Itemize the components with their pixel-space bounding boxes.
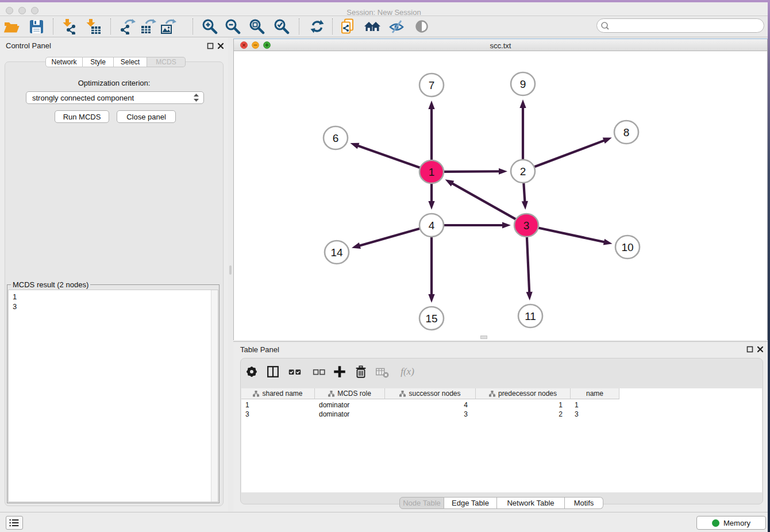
column-header-name[interactable]: name	[571, 388, 619, 399]
graph-node-7[interactable]: 7	[419, 74, 444, 97]
close-table-panel-icon[interactable]	[757, 346, 764, 353]
edge-1-6[interactable]	[357, 145, 420, 168]
split-view-columns-icon[interactable]	[264, 363, 282, 380]
control-tab-mcds[interactable]: MCDS	[147, 57, 186, 67]
show-graphics-details-icon[interactable]	[413, 17, 431, 36]
network-frame-titlebar: scc.txt	[234, 39, 767, 51]
delete-column-icon[interactable]	[352, 363, 369, 380]
toolbar-separator	[110, 18, 111, 34]
tab-edge-table[interactable]: Edge Table	[444, 497, 497, 509]
hide-graphics-details-icon[interactable]	[387, 17, 406, 36]
float-panel-icon[interactable]	[207, 43, 214, 49]
home-icon[interactable]	[363, 17, 382, 36]
column-header-successor-nodes[interactable]: successor nodes	[385, 388, 476, 399]
column-header-MCDS-role[interactable]: MCDS role	[315, 388, 385, 399]
window-title: Session: New Session	[0, 8, 768, 17]
fx-label: f(x)	[401, 366, 414, 377]
control-tab-style[interactable]: Style	[83, 57, 114, 67]
settings-gear-icon[interactable]	[243, 363, 260, 380]
control-panel-title: Control Panel	[6, 41, 51, 50]
import-table-icon[interactable]	[84, 17, 102, 36]
run-mcds-button[interactable]: Run MCDS	[55, 110, 109, 123]
table-cell[interactable]: 4	[385, 400, 476, 410]
close-panel-icon[interactable]	[217, 43, 224, 49]
toolbar-separator	[299, 18, 299, 34]
refresh-icon[interactable]	[308, 17, 326, 36]
graph-node-11[interactable]: 11	[518, 304, 542, 327]
table-cell[interactable]: 1	[476, 400, 571, 410]
edge-3-1[interactable]	[452, 183, 516, 219]
graph-node-9[interactable]: 9	[511, 72, 535, 95]
panel-splitter[interactable]	[228, 38, 233, 511]
export-image-icon[interactable]	[159, 17, 178, 36]
arrowhead-4-3	[502, 222, 511, 228]
table-cell[interactable]: 1	[241, 400, 315, 410]
float-table-panel-icon[interactable]	[746, 346, 753, 353]
export-network-icon[interactable]	[118, 17, 137, 36]
network-graph: 1234678910111415	[234, 52, 767, 340]
mcds-result-textarea[interactable]: 1 3	[8, 290, 218, 502]
graph-node-6[interactable]: 6	[324, 126, 348, 149]
memory-status-dot	[712, 519, 719, 527]
table-cell[interactable]: 3	[385, 410, 476, 419]
splitter-grip[interactable]	[229, 265, 232, 275]
canvas-scrollbar-nub[interactable]	[480, 336, 487, 339]
task-history-button[interactable]	[6, 516, 23, 530]
edge-2-3[interactable]	[523, 183, 525, 202]
tab-node-table[interactable]: Node Table	[399, 497, 444, 509]
graph-node-2[interactable]: 2	[511, 160, 535, 183]
graph-node-8[interactable]: 8	[614, 121, 638, 144]
table-cell[interactable]: 3	[241, 410, 315, 419]
graph-node-1[interactable]: 1	[419, 160, 444, 183]
network-canvas[interactable]: 1234678910111415	[234, 52, 767, 340]
tab-network-table[interactable]: Network Table	[497, 497, 565, 509]
control-tab-select[interactable]: Select	[114, 57, 147, 67]
zoom-selected-icon[interactable]	[272, 17, 291, 36]
graph-node-15[interactable]: 15	[419, 307, 444, 330]
close-panel-button[interactable]: Close panel	[117, 110, 176, 123]
table-cell[interactable]: 2	[476, 410, 571, 419]
graph-node-4[interactable]: 4	[419, 214, 444, 237]
node-label-9: 9	[520, 78, 526, 90]
clone-network-icon[interactable]	[338, 17, 357, 36]
table-row[interactable]: 3dominator323	[241, 410, 619, 419]
save-icon[interactable]	[27, 17, 45, 36]
edge-1-2[interactable]	[444, 171, 500, 172]
zoom-out-icon[interactable]	[224, 17, 242, 36]
column-hierarchy-icon	[328, 391, 334, 397]
open-folder-icon[interactable]	[2, 17, 21, 36]
window-titlebar: Session: New Session	[0, 2, 768, 16]
delete-table-icon	[374, 363, 391, 380]
memory-button[interactable]: Memory	[696, 516, 766, 530]
edge-3-10[interactable]	[538, 228, 605, 242]
column-header-predecessor-nodes[interactable]: predecessor nodes	[476, 388, 571, 399]
deselect-checkboxes-icon[interactable]	[310, 363, 328, 380]
zoom-in-icon[interactable]	[201, 17, 219, 36]
table-cell[interactable]: dominator	[315, 410, 385, 419]
table-cell[interactable]: dominator	[315, 400, 385, 410]
search-input[interactable]	[612, 20, 764, 32]
table-panel-tabs: Node TableEdge TableNetwork TableMotifs	[399, 497, 603, 509]
table-cell[interactable]: 1	[571, 400, 619, 410]
add-column-icon[interactable]	[331, 363, 348, 380]
export-table-icon[interactable]	[139, 17, 157, 36]
table-cell[interactable]: 3	[571, 410, 619, 419]
graph-node-3[interactable]: 3	[514, 214, 538, 237]
select-all-checkboxes-icon[interactable]	[286, 363, 303, 380]
arrowhead-1-7	[428, 101, 434, 109]
column-header-shared-name[interactable]: shared name	[241, 388, 315, 399]
edge-2-8[interactable]	[534, 140, 605, 167]
arrowhead-1-4	[428, 201, 434, 210]
criterion-select[interactable]: strongly connected component	[26, 91, 204, 104]
tab-motifs[interactable]: Motifs	[565, 497, 603, 509]
graph-node-10[interactable]: 10	[615, 236, 640, 259]
import-network-icon[interactable]	[60, 17, 79, 36]
table-row[interactable]: 1dominator411	[241, 400, 619, 410]
task-list-icon	[8, 518, 21, 528]
graph-node-14[interactable]: 14	[325, 241, 349, 264]
control-tab-network[interactable]: Network	[45, 57, 83, 67]
edge-3-11[interactable]	[527, 237, 529, 293]
function-builder-icon: f(x)	[395, 363, 420, 380]
edge-4-14[interactable]	[359, 229, 419, 246]
zoom-fit-icon[interactable]	[248, 17, 266, 36]
